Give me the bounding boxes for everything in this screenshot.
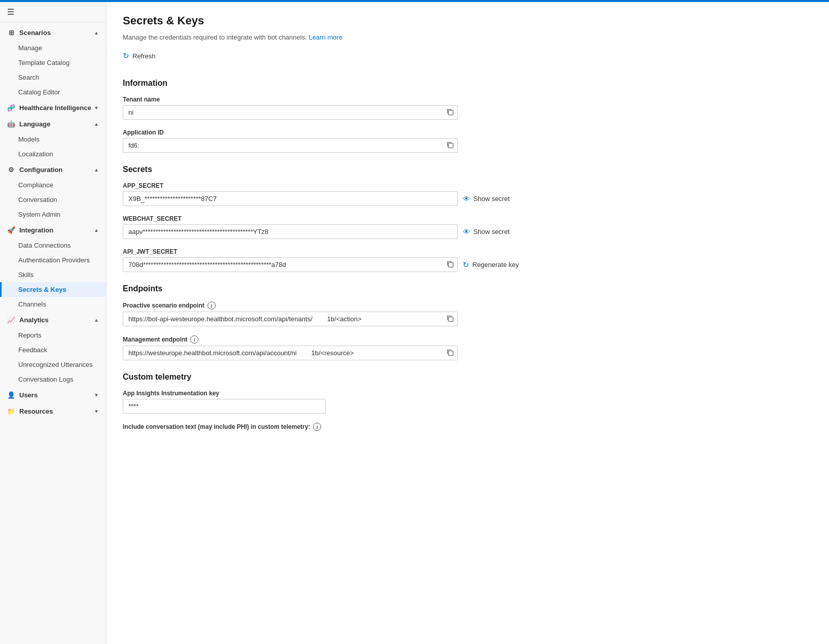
scenarios-chevron: ▲ [94, 30, 99, 36]
app-secret-row: 👁 Show secret [123, 191, 813, 206]
configuration-chevron: ▲ [94, 167, 99, 173]
management-endpoint-copy-button[interactable] [446, 349, 454, 357]
learn-more-link[interactable]: Learn more [308, 33, 342, 41]
sidebar-item-models[interactable]: Models [0, 132, 106, 147]
app-secret-label: APP_SECRET [123, 182, 813, 189]
language-icon: 🤖 [7, 120, 15, 128]
webchat-secret-field: WEBCHAT_SECRET 👁 Show secret [123, 215, 813, 239]
sidebar-item-template-catalog[interactable]: Template Catalog [0, 55, 106, 70]
app-secret-show-button[interactable]: 👁 Show secret [463, 194, 510, 203]
sidebar-group-integration[interactable]: 🚀 Integration ▲ [0, 222, 106, 238]
application-id-input[interactable] [123, 138, 458, 153]
regenerate-icon: ↻ [463, 260, 469, 269]
sidebar-item-secrets-keys[interactable]: Secrets & Keys [0, 282, 106, 297]
webchat-secret-input-wrapper [123, 224, 458, 239]
sidebar-item-reports[interactable]: Reports [0, 328, 106, 343]
sidebar-group-language-label: Language [19, 120, 50, 128]
sidebar-item-feedback[interactable]: Feedback [0, 343, 106, 357]
sidebar-item-conversation-logs[interactable]: Conversation Logs [0, 372, 106, 387]
proactive-endpoint-input-wrapper [123, 312, 458, 326]
language-chevron: ▲ [94, 121, 99, 127]
scenarios-icon: ⊞ [7, 28, 15, 37]
sidebar-group-analytics-label: Analytics [19, 316, 49, 324]
sidebar-group-resources-label: Resources [19, 408, 53, 415]
users-icon: 👤 [7, 391, 15, 399]
sidebar-group-configuration-label: Configuration [19, 166, 62, 174]
api-jwt-secret-row: ↻ Regenerate key [123, 257, 813, 272]
include-conversation-label: Include conversation text (may include P… [123, 423, 813, 431]
integration-chevron: ▲ [94, 227, 99, 233]
sidebar-item-channels[interactable]: Channels [0, 297, 106, 312]
eye-icon: 👁 [463, 194, 470, 203]
analytics-chevron: ▲ [94, 317, 99, 323]
tenant-name-input[interactable] [123, 105, 458, 120]
sidebar-group-language[interactable]: 🤖 Language ▲ [0, 116, 106, 132]
management-endpoint-input[interactable] [123, 346, 458, 360]
sidebar-group-resources[interactable]: 📁 Resources ▼ [0, 403, 106, 419]
secrets-section: Secrets APP_SECRET 👁 Show secret [123, 165, 813, 272]
hamburger-icon[interactable]: ☰ [7, 7, 14, 17]
tenant-name-copy-button[interactable] [446, 108, 454, 117]
sidebar-item-system-admin[interactable]: System Admin [0, 207, 106, 222]
api-jwt-secret-field: API_JWT_SECRET ↻ Regen [123, 248, 813, 272]
resources-icon: 📁 [7, 407, 15, 415]
information-section-title: Information [123, 79, 813, 88]
sidebar-header: ☰ [0, 2, 106, 22]
app-secret-field: APP_SECRET 👁 Show secret [123, 182, 813, 206]
refresh-button[interactable]: ↻ Refresh [123, 49, 156, 62]
information-section: Information Tenant name [123, 79, 813, 153]
main-content: Secrets & Keys Manage the credentials re… [107, 2, 829, 644]
webchat-eye-icon: 👁 [463, 227, 470, 236]
sidebar-item-skills[interactable]: Skills [0, 267, 106, 282]
include-conversation-field: Include conversation text (may include P… [123, 423, 813, 431]
app-secret-input[interactable] [123, 191, 458, 206]
sidebar-item-compliance[interactable]: Compliance [0, 178, 106, 192]
api-jwt-secret-input[interactable] [123, 257, 458, 272]
sidebar-group-configuration[interactable]: ⚙ Configuration ▲ [0, 161, 106, 178]
webchat-secret-label: WEBCHAT_SECRET [123, 215, 813, 222]
application-id-copy-button[interactable] [446, 141, 454, 150]
sidebar-group-analytics[interactable]: 📈 Analytics ▲ [0, 312, 106, 328]
telemetry-section: Custom telemetry App Insights Instrument… [123, 372, 813, 431]
sidebar-group-scenarios-label: Scenarios [19, 29, 51, 37]
sidebar-item-data-connections[interactable]: Data Connections [0, 238, 106, 253]
proactive-info-icon[interactable]: i [208, 301, 216, 310]
app-secret-input-wrapper [123, 191, 458, 206]
sidebar-item-unrecognized-utterances[interactable]: Unrecognized Utterances [0, 357, 106, 372]
page-title: Secrets & Keys [123, 14, 813, 27]
app-insights-input[interactable] [123, 399, 326, 414]
webchat-secret-show-button[interactable]: 👁 Show secret [463, 227, 510, 236]
sidebar-group-users[interactable]: 👤 Users ▼ [0, 387, 106, 403]
configuration-icon: ⚙ [7, 165, 15, 174]
management-endpoint-label: Management endpoint i [123, 335, 813, 344]
sidebar-group-scenarios[interactable]: ⊞ Scenarios ▲ [0, 24, 106, 41]
proactive-endpoint-copy-button[interactable] [446, 315, 454, 323]
sidebar-item-conversation[interactable]: Conversation [0, 192, 106, 207]
application-id-field: Application ID [123, 129, 813, 153]
sidebar-item-authentication-providers[interactable]: Authentication Providers [0, 253, 106, 267]
management-info-icon[interactable]: i [190, 335, 198, 344]
secrets-section-title: Secrets [123, 165, 813, 174]
sidebar-item-manage[interactable]: Manage [0, 41, 106, 55]
sidebar-group-users-label: Users [19, 391, 38, 399]
include-conversation-info-icon[interactable]: i [313, 423, 321, 431]
sidebar-group-healthcare-intelligence[interactable]: 🧬 Healthcare Intelligence ▼ [0, 99, 106, 116]
webchat-secret-row: 👁 Show secret [123, 224, 813, 239]
api-jwt-secret-input-wrapper [123, 257, 458, 272]
proactive-endpoint-input[interactable] [123, 312, 458, 326]
api-jwt-copy-button[interactable] [446, 260, 454, 269]
tenant-name-field: Tenant name [123, 96, 813, 120]
sidebar-item-search[interactable]: Search [0, 70, 106, 85]
svg-rect-2 [448, 262, 453, 267]
svg-rect-4 [448, 351, 453, 355]
webchat-secret-input[interactable] [123, 224, 458, 239]
management-endpoint-field: Management endpoint i [123, 335, 813, 360]
page-description: Manage the credentials required to integ… [123, 33, 813, 41]
app-insights-label: App Insights Instrumentation key [123, 390, 813, 397]
telemetry-section-title: Custom telemetry [123, 372, 813, 382]
application-id-label: Application ID [123, 129, 813, 136]
api-jwt-regenerate-button[interactable]: ↻ Regenerate key [463, 260, 519, 269]
application-id-input-wrapper [123, 138, 458, 153]
sidebar-item-localization[interactable]: Localization [0, 147, 106, 161]
sidebar-item-catalog-editor[interactable]: Catalog Editor [0, 85, 106, 99]
